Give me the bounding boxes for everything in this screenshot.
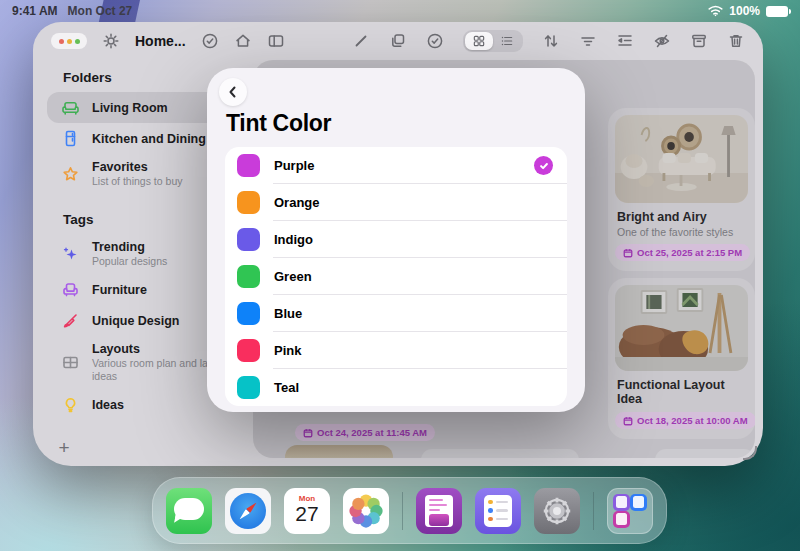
checklist-app-icon[interactable] bbox=[475, 488, 521, 534]
add-folder-button[interactable]: + bbox=[53, 438, 75, 460]
checklist-circle-icon[interactable] bbox=[201, 32, 219, 50]
refrigerator-icon bbox=[57, 129, 83, 148]
group-by-icon[interactable] bbox=[616, 32, 634, 50]
trash-icon[interactable] bbox=[727, 32, 745, 50]
grid-view-icon bbox=[472, 34, 486, 48]
color-swatch bbox=[237, 191, 260, 214]
battery-percent: 100% bbox=[729, 4, 760, 18]
settings-gear-icon[interactable] bbox=[102, 32, 120, 50]
sidebar-toggle-icon[interactable] bbox=[267, 32, 285, 50]
star-icon bbox=[57, 165, 83, 184]
sidebar-item-subtitle: Popular designs bbox=[92, 255, 167, 268]
sidebar-item-subtitle: List of things to buy bbox=[92, 175, 182, 188]
chevron-left-icon bbox=[227, 86, 239, 98]
messages-app-icon[interactable] bbox=[166, 488, 212, 534]
status-date: Mon Oct 27 bbox=[68, 4, 133, 18]
select-circle-icon[interactable] bbox=[426, 32, 444, 50]
ipad-screen: 9:41 AM Mon Oct 27 100% Home... bbox=[0, 0, 800, 551]
mini-app-icon bbox=[630, 494, 647, 511]
sidebar-item-label: Furniture bbox=[92, 283, 147, 297]
couch-icon bbox=[57, 98, 83, 117]
settings-app-icon[interactable] bbox=[534, 488, 580, 534]
color-option-pink[interactable]: Pink bbox=[225, 332, 567, 369]
calendar-app-icon[interactable]: Mon 27 bbox=[284, 488, 330, 534]
color-swatch bbox=[237, 376, 260, 399]
archive-icon[interactable] bbox=[690, 32, 708, 50]
photos-app-icon[interactable] bbox=[343, 488, 389, 534]
mini-app-icon bbox=[613, 494, 630, 511]
window-title[interactable]: Home... bbox=[135, 33, 186, 49]
photos-flower-icon bbox=[347, 492, 385, 530]
tint-color-popup: Tint Color Purple Orange Indigo Green bbox=[207, 68, 585, 412]
color-option-green[interactable]: Green bbox=[225, 258, 567, 295]
color-option-teal[interactable]: Teal bbox=[225, 369, 567, 406]
color-swatch bbox=[237, 265, 260, 288]
recent-apps-group-icon[interactable] bbox=[607, 488, 653, 534]
color-swatch bbox=[237, 339, 260, 362]
lightbulb-icon bbox=[57, 396, 83, 415]
color-option-indigo[interactable]: Indigo bbox=[225, 221, 567, 258]
home-icon[interactable] bbox=[234, 32, 252, 50]
sparkles-icon bbox=[57, 245, 83, 264]
back-button[interactable] bbox=[219, 78, 247, 106]
markup-pencil-icon[interactable] bbox=[352, 32, 370, 50]
wifi-icon bbox=[708, 5, 723, 17]
window-toolbar: Home... bbox=[33, 22, 763, 60]
sidebar-item-label: Trending bbox=[92, 240, 145, 254]
color-swatch bbox=[237, 302, 260, 325]
selected-check-icon bbox=[534, 156, 553, 175]
sort-arrows-icon[interactable] bbox=[542, 32, 560, 50]
armchair-icon bbox=[57, 280, 83, 299]
paintbrush-icon bbox=[57, 311, 83, 330]
color-list: Purple Orange Indigo Green Blue bbox=[225, 147, 567, 406]
duplicate-icon[interactable] bbox=[389, 32, 407, 50]
popup-title: Tint Color bbox=[226, 110, 331, 137]
safari-app-icon[interactable] bbox=[225, 488, 271, 534]
color-option-orange[interactable]: Orange bbox=[225, 184, 567, 221]
mini-app-icon bbox=[613, 511, 630, 528]
color-option-blue[interactable]: Blue bbox=[225, 295, 567, 332]
color-option-purple[interactable]: Purple bbox=[225, 147, 567, 184]
filter-lines-icon[interactable] bbox=[579, 32, 597, 50]
grid-view-button[interactable] bbox=[465, 32, 493, 50]
dock: Mon 27 bbox=[152, 477, 667, 544]
sidebar-item-label: Layouts bbox=[92, 342, 140, 356]
battery-icon bbox=[766, 6, 788, 17]
clock: 9:41 AM bbox=[12, 4, 58, 18]
sidebar-item-label: Unique Design bbox=[92, 314, 180, 328]
sidebar-item-label: Ideas bbox=[92, 398, 124, 412]
dock-divider bbox=[593, 492, 594, 530]
window-controls[interactable] bbox=[51, 33, 87, 49]
layout-grid-icon bbox=[57, 353, 83, 372]
color-swatch bbox=[237, 154, 260, 177]
status-bar: 9:41 AM Mon Oct 27 100% bbox=[0, 0, 800, 22]
sidebar-item-label: Favorites bbox=[92, 160, 148, 174]
view-mode-segmented-control bbox=[463, 30, 523, 52]
sidebar-item-label: Living Room bbox=[92, 101, 168, 115]
list-view-icon bbox=[500, 34, 514, 48]
color-swatch bbox=[237, 228, 260, 251]
list-view-button[interactable] bbox=[493, 32, 521, 50]
settings-gear-glyph bbox=[540, 494, 574, 528]
hide-eye-icon[interactable] bbox=[653, 32, 671, 50]
design-notes-app-icon[interactable] bbox=[416, 488, 462, 534]
dock-divider bbox=[402, 492, 403, 530]
